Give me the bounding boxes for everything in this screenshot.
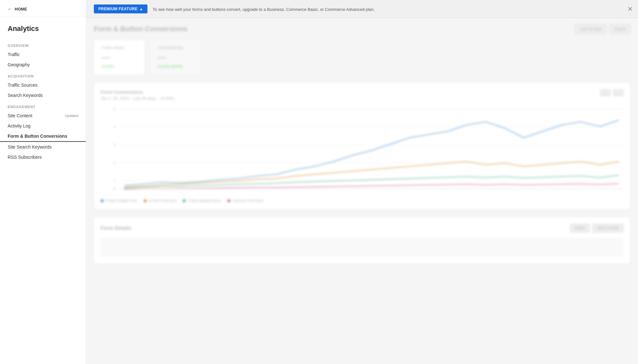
legend-item-submitted: FORM SUBMITTED	[101, 199, 137, 203]
stat-form-views-change: +0.00%	[101, 64, 138, 69]
site-search-keywords-label: Site Search Keywords	[8, 144, 52, 149]
site-content-badge: Updated	[65, 114, 78, 118]
chart-subtitle: Form Conversions	[101, 89, 174, 95]
legend-dot-started	[144, 199, 147, 202]
prev-button[interactable]: PREV	[570, 224, 590, 233]
traffic-sources-label: Traffic Sources	[8, 83, 37, 88]
legend-label-submitted: FORM SUBMITTED	[106, 199, 137, 203]
chart-controls: — —	[600, 89, 624, 96]
chart-ctrl-1[interactable]: —	[600, 89, 611, 96]
legend-dot-submitted	[101, 199, 104, 202]
premium-feature-button[interactable]: PREMIUM FEATURE ▲	[94, 4, 147, 13]
traffic-label: Traffic	[8, 52, 20, 57]
close-banner-button[interactable]: ✕	[627, 6, 633, 12]
site-content-label: Site Content	[8, 113, 32, 118]
date-range-button[interactable]: Last 30 days	[575, 25, 606, 33]
chart-section: Form Conversions Jan 1–30, 2024 · Last 3…	[94, 83, 630, 209]
legend-label-abandoned: FORM ABANDONED	[188, 199, 221, 203]
form-button-conversions-label: Form & Button Conversions	[8, 134, 67, 139]
stat-card-conversions: CONVERSIONS — LEARN MORE	[150, 40, 201, 75]
legend-label-started: FORM STARTED	[149, 199, 176, 203]
search-keywords-label: Search Keywords	[8, 93, 43, 98]
legend-item-started: FORM STARTED	[144, 199, 176, 203]
stat-card-form-views: FORM VIEWS — +0.00%	[94, 40, 145, 75]
overview-section-label: OVERVIEW	[0, 39, 86, 49]
sidebar-item-form-button-conversions[interactable]: Form & Button Conversions	[0, 131, 86, 142]
chart-ctrl-2[interactable]: —	[613, 89, 624, 96]
sidebar-item-activity-log[interactable]: Activity Log	[0, 121, 86, 131]
blurred-content-area: Form & Button Conversions Last 30 days E…	[86, 18, 638, 270]
back-arrow-icon: ←	[8, 6, 12, 11]
legend-item-abandoned: FORM ABANDONED	[183, 199, 221, 203]
acquisition-section-label: ACQUISITION	[0, 70, 86, 80]
sidebar-item-traffic-sources[interactable]: Traffic Sources	[0, 80, 86, 90]
sidebar-item-site-search-keywords[interactable]: Site Search Keywords	[0, 142, 86, 152]
crown-icon: ▲	[139, 7, 143, 11]
stat-form-views-label: FORM VIEWS	[101, 46, 138, 50]
sidebar-item-site-content[interactable]: Site Content Updated	[0, 111, 86, 121]
premium-feature-label: PREMIUM FEATURE	[98, 7, 138, 11]
sidebar-item-search-keywords[interactable]: Search Keywords	[0, 90, 86, 100]
svg-text:4: 4	[113, 125, 116, 129]
svg-text:5: 5	[113, 107, 116, 111]
chart-desc: Jan 1–30, 2024 · Last 30 days · +0.00%	[101, 96, 174, 101]
legend-label-unique-visitors: UNIQUE VISITORS	[232, 199, 263, 203]
legend-dot-unique-visitors	[227, 199, 230, 202]
svg-text:3: 3	[113, 143, 116, 147]
chart-legend: FORM SUBMITTED FORM STARTED FORM ABANDON…	[101, 199, 624, 203]
geography-label: Geography	[8, 62, 30, 67]
stat-form-views-value: —	[101, 52, 138, 62]
stat-conversions-label: CONVERSIONS	[157, 46, 194, 50]
chart-title-group: Form Conversions Jan 1–30, 2024 · Last 3…	[101, 89, 174, 101]
stat-conversions-change: LEARN MORE	[157, 64, 194, 69]
next-button[interactable]: NEXT PAGE	[592, 224, 624, 233]
sidebar: ← HOME Analytics OVERVIEW Traffic Geogra…	[0, 0, 86, 364]
content-controls: Last 30 days Export	[575, 25, 630, 33]
sidebar-item-geography[interactable]: Geography	[0, 60, 86, 70]
main-content: PREMIUM FEATURE ▲ To see how well your f…	[86, 0, 638, 364]
sidebar-item-traffic[interactable]: Traffic	[0, 49, 86, 60]
svg-text:1: 1	[113, 179, 116, 182]
chart-wrapper: 5 4 3 2 1 0	[101, 106, 624, 195]
home-button[interactable]: ← HOME	[0, 0, 86, 17]
activity-log-label: Activity Log	[8, 123, 31, 128]
table-title: Form Details	[101, 225, 131, 231]
table-header: Form Details PREV NEXT PAGE	[101, 224, 624, 233]
table-placeholder	[101, 238, 624, 257]
chart-header: Form Conversions Jan 1–30, 2024 · Last 3…	[101, 89, 624, 101]
legend-item-unique-visitors: UNIQUE VISITORS	[227, 199, 263, 203]
table-section: Form Details PREV NEXT PAGE	[94, 217, 630, 264]
sidebar-item-rss-subscribers[interactable]: RSS Subscribers	[0, 152, 86, 162]
page-title: Form & Button Conversions	[94, 25, 187, 33]
line-chart-svg: 5 4 3 2 1 0	[101, 106, 624, 195]
sidebar-title: Analytics	[0, 17, 86, 39]
export-button[interactable]: Export	[610, 25, 630, 33]
content-header: Form & Button Conversions Last 30 days E…	[94, 25, 630, 33]
home-label: HOME	[15, 7, 27, 11]
premium-banner: PREMIUM FEATURE ▲ To see how well your f…	[86, 0, 638, 18]
premium-banner-description: To see how well your forms and buttons c…	[153, 4, 375, 13]
legend-dot-abandoned	[183, 199, 186, 202]
svg-text:2: 2	[113, 161, 116, 164]
table-pagination: PREV NEXT PAGE	[570, 224, 624, 233]
stat-conversions-value: —	[157, 52, 194, 62]
rss-subscribers-label: RSS Subscribers	[8, 155, 42, 160]
chart-area: 5 4 3 2 1 0	[101, 106, 624, 195]
stats-row: FORM VIEWS — +0.00% CONVERSIONS — LEARN …	[94, 40, 630, 75]
engagement-section-label: ENGAGEMENT	[0, 100, 86, 111]
svg-text:0: 0	[113, 187, 116, 191]
